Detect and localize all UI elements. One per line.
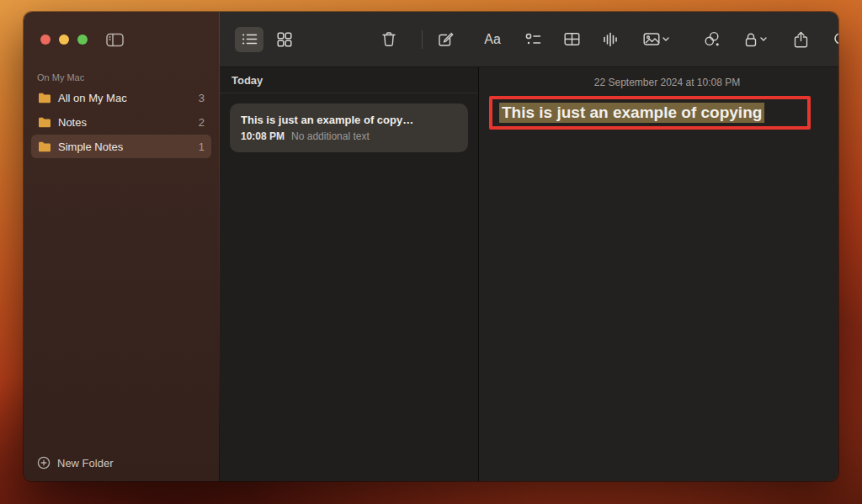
content-area: Today This is just an example of copy… 1… bbox=[220, 67, 838, 481]
note-list-item[interactable]: This is just an example of copy… 10:08 P… bbox=[230, 103, 468, 152]
note-item-title: This is just an example of copy… bbox=[241, 114, 457, 126]
chevron-down-icon bbox=[662, 37, 669, 41]
red-annotation-box: This is just an example of copying bbox=[489, 96, 811, 130]
note-date-line: 22 September 2024 at 10:08 PM bbox=[479, 77, 838, 88]
notes-list-pane: Today This is just an example of copy… 1… bbox=[220, 67, 479, 481]
minimize-button[interactable] bbox=[59, 34, 69, 45]
sidebar-item-label: Simple Notes bbox=[58, 141, 123, 153]
sidebar-item-label: All on My Mac bbox=[58, 92, 127, 104]
audio-waveform-button[interactable] bbox=[596, 27, 625, 52]
sidebar-folder-list: All on My Mac 3 Notes 2 Simple Notes 1 bbox=[24, 86, 219, 158]
note-editor-pane[interactable]: 22 September 2024 at 10:08 PM This is ju… bbox=[479, 67, 838, 481]
folder-icon bbox=[38, 117, 51, 128]
folder-icon bbox=[38, 141, 51, 152]
main-area: Aa bbox=[219, 12, 838, 481]
zoom-button[interactable] bbox=[77, 34, 88, 45]
traffic-lights bbox=[40, 34, 88, 45]
note-title-text[interactable]: This is just an example of copying bbox=[499, 103, 764, 123]
sidebar-item-count: 3 bbox=[199, 92, 205, 104]
note-item-meta: 10:08 PM No additional text bbox=[241, 130, 457, 142]
desktop-wallpaper: On My Mac All on My Mac 3 Notes 2 bbox=[0, 0, 862, 504]
new-folder-label: New Folder bbox=[57, 457, 113, 470]
new-folder-button[interactable]: New Folder bbox=[37, 456, 113, 470]
checklist-button[interactable] bbox=[519, 27, 547, 52]
notes-window: On My Mac All on My Mac 3 Notes 2 bbox=[24, 12, 838, 481]
list-view-button[interactable] bbox=[235, 27, 263, 52]
sidebar-toggle-icon[interactable] bbox=[106, 33, 124, 47]
close-button[interactable] bbox=[40, 34, 51, 45]
chevron-down-icon bbox=[760, 37, 767, 41]
toolbar: Aa bbox=[220, 12, 838, 67]
share-button[interactable] bbox=[786, 27, 815, 52]
sidebar-item-simple-notes[interactable]: Simple Notes 1 bbox=[31, 135, 211, 158]
format-label: Aa bbox=[484, 32, 501, 47]
trash-button[interactable] bbox=[375, 27, 403, 52]
note-item-preview: No additional text bbox=[291, 130, 370, 142]
sidebar-item-count: 1 bbox=[199, 141, 205, 153]
sidebar-section-header: On My Mac bbox=[37, 72, 205, 82]
media-button[interactable] bbox=[636, 27, 675, 52]
lock-button[interactable] bbox=[736, 27, 774, 52]
sidebar: On My Mac All on My Mac 3 Notes 2 bbox=[24, 12, 219, 481]
compose-button[interactable] bbox=[431, 27, 460, 52]
sidebar-item-count: 2 bbox=[199, 116, 205, 129]
toolbar-separator bbox=[422, 30, 423, 49]
format-button[interactable]: Aa bbox=[478, 27, 507, 52]
notes-list-section-header: Today bbox=[220, 67, 478, 93]
note-item-time: 10:08 PM bbox=[241, 130, 285, 142]
sidebar-item-notes[interactable]: Notes 2 bbox=[31, 110, 211, 134]
plus-circle-icon bbox=[37, 456, 51, 470]
gallery-view-button[interactable] bbox=[270, 27, 299, 52]
folder-icon bbox=[38, 93, 51, 103]
sidebar-item-all-on-my-mac[interactable]: All on My Mac 3 bbox=[31, 86, 211, 109]
link-button[interactable] bbox=[697, 27, 726, 52]
table-button[interactable] bbox=[557, 27, 586, 52]
titlebar bbox=[24, 12, 219, 67]
search-icon[interactable] bbox=[827, 27, 838, 52]
sidebar-item-label: Notes bbox=[58, 116, 87, 129]
